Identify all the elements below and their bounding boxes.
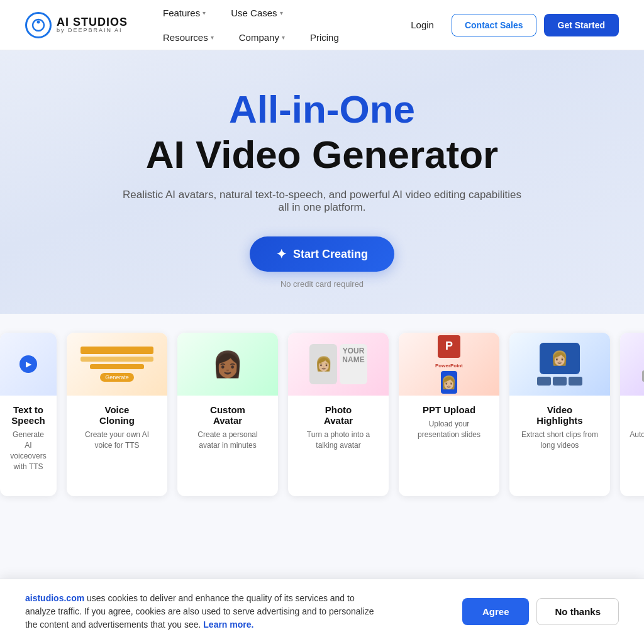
hero-title-black: AI Video Generator xyxy=(25,133,619,176)
chevron-down-icon: ▾ xyxy=(280,9,283,16)
svg-point-1 xyxy=(37,20,40,23)
chevron-down-icon: ▾ xyxy=(203,9,206,16)
nav-resources[interactable]: Resources ▾ xyxy=(153,26,224,49)
card-photo[interactable]: 👩🏼 YOURNAME PhotoAvatar Turn a photo int… xyxy=(288,333,389,496)
play-icon: ▶ xyxy=(19,355,37,373)
cards-strip: ▶ Text toSpeech Generate AI voiceovers w… xyxy=(0,314,644,515)
card-voice-image: Generate xyxy=(67,333,167,396)
card-custom-title: CustomAvatar xyxy=(186,404,269,426)
nav-pricing[interactable]: Pricing xyxy=(300,26,349,49)
card-custom[interactable]: 👩🏾 CustomAvatar Create a personal avatar… xyxy=(177,333,278,496)
card-tts-image: ▶ xyxy=(0,333,57,396)
card-voice-desc: Create your own AI voice for TTS xyxy=(75,430,158,451)
card-voice-title: VoiceCloning xyxy=(75,404,158,426)
logo[interactable]: AI STUDIOS by DEEPBRAIN AI xyxy=(25,12,128,38)
card-tts[interactable]: ▶ Text toSpeech Generate AI voiceovers w… xyxy=(0,333,57,496)
card-ppt-desc: Upload your presentation slides xyxy=(408,419,491,440)
hero-title-blue: All-in-One xyxy=(25,88,619,131)
chevron-down-icon: ▾ xyxy=(211,34,214,41)
nav-row-top: Features ▾ Use Cases ▾ xyxy=(153,1,375,25)
card-ppt[interactable]: P PowerPoint 👩🏼 PPT Upload Upload your p… xyxy=(399,333,499,496)
card-video[interactable]: 👩🏼 VideoHighlights Extract short clips f… xyxy=(509,333,610,496)
card-series-desc: Automate video creation at scale xyxy=(629,430,644,451)
logo-icon xyxy=(25,12,52,38)
card-ppt-title: PPT Upload xyxy=(408,404,491,415)
card-video-desc: Extract short clips from long videos xyxy=(518,430,601,451)
card-tts-title: Text toSpeech xyxy=(9,404,48,426)
nav-right: Login Contact Sales Get Started xyxy=(401,14,619,36)
card-voice[interactable]: Generate VoiceCloning Create your own AI… xyxy=(67,333,167,496)
cookie-site-link[interactable]: aistudios.com xyxy=(25,593,84,603)
card-video-image: 👩🏼 xyxy=(509,333,610,396)
logo-text: AI STUDIOS by DEEPBRAIN AI xyxy=(57,16,128,33)
card-tts-desc: Generate AI voiceovers with TTS xyxy=(9,430,48,472)
powerpoint-icon: P xyxy=(438,335,460,358)
cookie-actions: Agree No thanks xyxy=(462,598,619,625)
no-credit-card-text: No credit card required xyxy=(25,279,619,289)
card-custom-image: 👩🏾 xyxy=(177,333,278,396)
card-photo-image: 👩🏼 YOURNAME xyxy=(288,333,389,396)
learn-more-link[interactable]: Learn more. xyxy=(203,619,253,630)
card-series-title: Series ofVideos xyxy=(629,404,644,426)
cookie-text: aistudios.com uses cookies to deliver an… xyxy=(25,592,377,631)
nav-rows: Features ▾ Use Cases ▾ Resources ▾ Compa… xyxy=(153,1,375,49)
sparkle-icon: ✦ xyxy=(276,247,287,262)
cookie-banner: aistudios.com uses cookies to deliver an… xyxy=(0,579,644,644)
nav-company[interactable]: Company ▾ xyxy=(229,26,295,49)
card-series-image: ♪ ▶ xyxy=(620,333,644,396)
nav-row-bottom: Resources ▾ Company ▾ Pricing xyxy=(153,26,375,49)
agree-button[interactable]: Agree xyxy=(462,598,530,625)
navbar: AI STUDIOS by DEEPBRAIN AI Features ▾ Us… xyxy=(0,0,644,50)
card-custom-desc: Create a personal avatar in minutes xyxy=(186,430,269,451)
card-video-title: VideoHighlights xyxy=(518,404,601,426)
start-creating-button[interactable]: ✦ Start Creating xyxy=(250,236,394,272)
hero-section: All-in-One AI Video Generator Realistic … xyxy=(0,50,644,314)
card-photo-title: PhotoAvatar xyxy=(297,404,380,426)
get-started-button[interactable]: Get Started xyxy=(544,14,619,36)
login-button[interactable]: Login xyxy=(401,14,444,35)
hero-subtitle: Realistic AI avatars, natural text-to-sp… xyxy=(121,189,523,214)
nav-features[interactable]: Features ▾ xyxy=(153,1,216,25)
card-photo-desc: Turn a photo into a talking avatar xyxy=(297,430,380,451)
chevron-down-icon: ▾ xyxy=(282,34,285,41)
no-thanks-button[interactable]: No thanks xyxy=(536,598,619,625)
card-ppt-image: P PowerPoint 👩🏼 xyxy=(399,333,499,396)
card-series[interactable]: ♪ ▶ Series ofVideos Automate video creat… xyxy=(620,333,644,496)
contact-sales-button[interactable]: Contact Sales xyxy=(452,14,536,36)
nav-use-cases[interactable]: Use Cases ▾ xyxy=(221,1,292,25)
